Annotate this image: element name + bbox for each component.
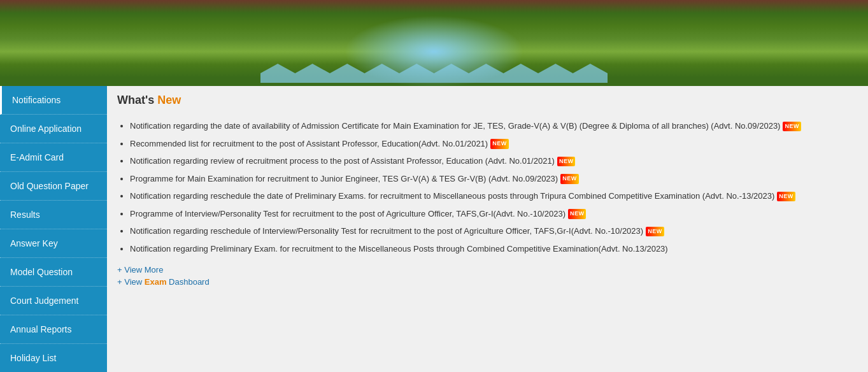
view-more-link[interactable]: + View More bbox=[117, 265, 858, 275]
news-item-text-4: Programme for Main Examination for recru… bbox=[130, 174, 558, 183]
sidebar-item-answer-key[interactable]: Answer Key bbox=[0, 229, 107, 258]
header-banner bbox=[0, 0, 868, 86]
content-area: What's New Notification regarding the da… bbox=[107, 86, 868, 372]
sidebar-item-notifications[interactable]: Notifications bbox=[0, 86, 107, 115]
view-exam-highlight: Exam bbox=[145, 277, 167, 287]
news-item-text-1: Notification regarding the date of avail… bbox=[130, 121, 780, 131]
news-item-5[interactable]: Notification regarding reschedule the da… bbox=[130, 190, 858, 203]
new-badge-4: NEW bbox=[560, 174, 579, 184]
view-exam-suffix: Dashboard bbox=[166, 277, 209, 287]
sidebar-item-old-question-paper[interactable]: Old Question Paper bbox=[0, 172, 107, 201]
news-item-text-5: Notification regarding reschedule the da… bbox=[130, 191, 774, 201]
sidebar-item-results[interactable]: Results bbox=[0, 201, 107, 229]
whats-new-heading: What's New bbox=[117, 94, 858, 107]
news-item-4[interactable]: Programme for Main Examination for recru… bbox=[130, 173, 858, 185]
news-item-3[interactable]: Notification regarding review of recruit… bbox=[130, 155, 858, 168]
view-links: + View More + View Exam Dashboard bbox=[117, 265, 858, 287]
new-badge-3: NEW bbox=[557, 157, 576, 167]
news-list: Notification regarding the date of avail… bbox=[117, 120, 858, 255]
news-item-2[interactable]: Recommended list for recruitment to the … bbox=[130, 138, 858, 150]
news-item-text-2: Recommended list for recruitment to the … bbox=[130, 139, 488, 148]
news-item-text-7: Notification regarding reschedule of Int… bbox=[130, 226, 643, 236]
sidebar: Notifications Online Application E-Admit… bbox=[0, 86, 107, 372]
sidebar-item-annual-reports[interactable]: Annual Reports bbox=[0, 315, 107, 344]
news-item-text-3: Notification regarding review of recruit… bbox=[130, 156, 555, 166]
new-badge-7: NEW bbox=[646, 227, 664, 237]
whats-new-static: What's bbox=[117, 94, 154, 106]
new-badge-2: NEW bbox=[490, 139, 509, 149]
news-item-text-6: Programme of Interview/Personality Test … bbox=[130, 209, 566, 218]
news-item-text-8: Notification regarding Preliminary Exam.… bbox=[130, 244, 668, 254]
whats-new-highlight: New bbox=[154, 94, 181, 106]
news-item-6[interactable]: Programme of Interview/Personality Test … bbox=[130, 208, 858, 220]
sidebar-item-online-application[interactable]: Online Application bbox=[0, 115, 107, 143]
sidebar-item-holiday-list[interactable]: Holiday List bbox=[0, 344, 107, 372]
main-layout: Notifications Online Application E-Admit… bbox=[0, 86, 868, 372]
view-exam-dashboard-link[interactable]: + View Exam Dashboard bbox=[117, 277, 858, 287]
sidebar-item-e-admit-card[interactable]: E-Admit Card bbox=[0, 143, 107, 172]
news-item-7[interactable]: Notification regarding reschedule of Int… bbox=[130, 225, 858, 238]
view-exam-prefix: + View bbox=[117, 277, 145, 287]
new-badge-6: NEW bbox=[568, 209, 587, 219]
new-badge-1: NEW bbox=[783, 122, 801, 132]
news-item-8[interactable]: Notification regarding Preliminary Exam.… bbox=[130, 243, 858, 255]
news-item-1[interactable]: Notification regarding the date of avail… bbox=[130, 120, 858, 132]
sidebar-item-model-question[interactable]: Model Question bbox=[0, 258, 107, 287]
sidebar-item-court-judgement[interactable]: Court Judgement bbox=[0, 287, 107, 315]
new-badge-5: NEW bbox=[777, 192, 795, 202]
